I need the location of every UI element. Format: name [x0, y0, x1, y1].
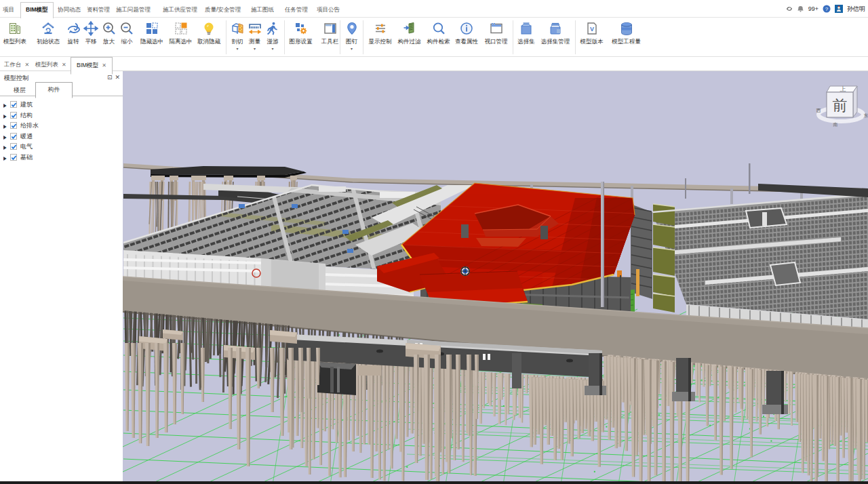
svg-text:V: V	[589, 26, 593, 33]
svg-text:东: 东	[864, 113, 868, 118]
svg-text:前: 前	[833, 97, 848, 114]
svg-text:西: 西	[816, 108, 821, 113]
svg-text:南: 南	[833, 122, 838, 127]
svg-text:?: ?	[825, 6, 829, 12]
svg-text:上: 上	[840, 85, 846, 92]
